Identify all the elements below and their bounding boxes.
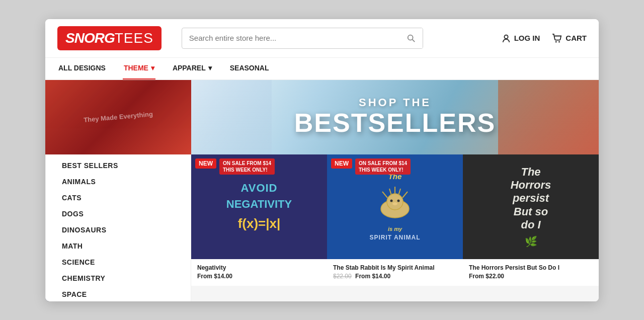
sale-badge-2: NEW ON SALE FROM $14 THIS WEEK ONLY!: [327, 154, 463, 179]
nav-theme[interactable]: THEME ▾: [123, 57, 155, 79]
nav-seasonal[interactable]: SEASONAL: [229, 57, 270, 79]
dropdown-item-math[interactable]: MATH: [46, 238, 191, 254]
nav: ALL DESIGNS THEME ▾ APPAREL ▾ SEASONAL: [45, 58, 599, 80]
search-icon: [407, 34, 416, 43]
dropdown-item-best-sellers[interactable]: BEST SELLERS: [46, 157, 191, 174]
nav-apparel[interactable]: APPAREL ▾: [172, 57, 213, 79]
dropdown-item-cats[interactable]: CATS: [46, 190, 191, 206]
sale-text-1: ON SALE FROM $14 THIS WEEK ONLY!: [219, 158, 275, 175]
spirit-animal: SPIRIT ANIMAL: [369, 234, 420, 241]
svg-point-13: [397, 200, 400, 202]
app-window: SNORG TEES LOG IN: [45, 19, 599, 301]
chevron-down-icon: ▾: [208, 64, 212, 72]
product-image-stab-rabbit: NEW ON SALE FROM $14 THIS WEEK ONLY! The: [327, 154, 463, 259]
top-promo-image: They Made Everything: [45, 80, 191, 154]
product-image-horrors: The Horrors persist But so do I 🌿: [463, 154, 599, 259]
svg-point-12: [390, 200, 393, 202]
product-info-negativity: Negativity From $14.00: [191, 259, 327, 286]
svg-point-0: [408, 35, 413, 40]
logo-snorg: SNORG: [65, 30, 115, 46]
dropdown-item-chemistry[interactable]: CHEMISTRY: [46, 270, 191, 286]
product-card-horrors[interactable]: The Horrors persist But so do I 🌿 The Ho…: [463, 154, 599, 286]
login-label: LOG IN: [514, 34, 540, 42]
svg-line-10: [398, 189, 400, 195]
horrors-text: The Horrors persist But so do I: [511, 166, 551, 232]
stab-subtitle: is my: [388, 226, 402, 232]
product-name-negativity: Negativity: [197, 264, 321, 271]
svg-line-8: [389, 189, 391, 195]
header-actions: LOG IN CART: [502, 34, 587, 43]
search-button[interactable]: [399, 28, 423, 48]
svg-point-14: [392, 202, 397, 205]
svg-line-1: [413, 39, 415, 42]
product-info-stab-rabbit: The Stab Rabbit Is My Spirit Animal $22.…: [327, 259, 463, 286]
svg-point-3: [555, 41, 557, 42]
new-label-1: NEW: [195, 158, 216, 169]
sale-text-2: ON SALE FROM $14 THIS WEEK ONLY!: [355, 158, 411, 175]
product-image-negativity: NEW ON SALE FROM $14 THIS WEEK ONLY! AVO…: [191, 154, 327, 259]
svg-point-2: [504, 35, 508, 38]
svg-point-6: [387, 194, 403, 210]
logo-tees: TEES: [115, 30, 153, 46]
svg-point-4: [558, 41, 560, 42]
avoid-text: AVOID: [240, 182, 277, 195]
hero-bestsellers: BESTSELLERS: [294, 109, 496, 137]
hero-text: SHOP THE BESTSELLERS: [294, 97, 496, 137]
dropdown-item-dogs[interactable]: DOGS: [46, 206, 191, 222]
left-column: They Made Everything BEST SELLERS ANIMAL…: [45, 80, 191, 301]
new-label-2: NEW: [331, 158, 352, 169]
hero-banner: SHOP THE BESTSELLERS: [191, 80, 599, 154]
product-info-horrors: The Horrors Persist But So Do I From $22…: [463, 259, 599, 286]
leaf-decoration: 🌿: [525, 235, 537, 248]
dropdown-item-space[interactable]: SPACE: [46, 286, 191, 301]
chevron-down-icon: ▾: [151, 64, 154, 72]
product-text-horrors: The Horrors persist But so do I 🌿: [505, 154, 557, 259]
hero-shop-the: SHOP THE: [294, 97, 496, 109]
product-name-horrors: The Horrors Persist But So Do I: [469, 264, 593, 271]
cart-button[interactable]: CART: [552, 34, 587, 43]
product-card-negativity[interactable]: NEW ON SALE FROM $14 THIS WEEK ONLY! AVO…: [191, 154, 327, 286]
dropdown-item-science[interactable]: SCIENCE: [46, 254, 191, 270]
theme-dropdown: BEST SELLERS ANIMALS CATS DOGS DINOSAURS…: [45, 154, 191, 301]
product-grid: NEW ON SALE FROM $14 THIS WEEK ONLY! AVO…: [191, 154, 599, 286]
login-button[interactable]: LOG IN: [502, 34, 540, 43]
user-icon: [502, 34, 511, 43]
product-name-stab-rabbit: The Stab Rabbit Is My Spirit Animal: [333, 264, 457, 271]
nav-all-designs[interactable]: ALL DESIGNS: [57, 57, 107, 79]
product-card-stab-rabbit[interactable]: NEW ON SALE FROM $14 THIS WEEK ONLY! The: [327, 154, 463, 286]
formula-text: f(x)=|x|: [238, 216, 281, 231]
search-input[interactable]: [182, 34, 399, 42]
sale-badge-1: NEW ON SALE FROM $14 THIS WEEK ONLY!: [191, 154, 327, 179]
dropdown-item-animals[interactable]: ANIMALS: [46, 174, 191, 190]
product-prices-stab-rabbit: $22.00 From $14.00: [333, 273, 457, 280]
right-column: SHOP THE BESTSELLERS NEW ON SALE FROM $1…: [191, 80, 599, 301]
cart-label: CART: [566, 34, 587, 42]
search-bar: [182, 28, 423, 49]
logo[interactable]: SNORG TEES: [57, 26, 162, 50]
svg-line-7: [382, 192, 387, 198]
negativity-text: NEGATIVITY: [226, 198, 292, 211]
dropdown-item-dinosaurs[interactable]: DINOSAURS: [46, 222, 191, 238]
cart-icon: [552, 34, 562, 43]
hedgehog-svg: [372, 183, 418, 223]
header: SNORG TEES LOG IN: [45, 19, 599, 58]
product-prices-negativity: From $14.00: [197, 273, 321, 280]
svg-line-11: [403, 192, 408, 198]
product-prices-horrors: From $22.00: [469, 273, 593, 280]
main-content: They Made Everything BEST SELLERS ANIMAL…: [45, 80, 599, 301]
